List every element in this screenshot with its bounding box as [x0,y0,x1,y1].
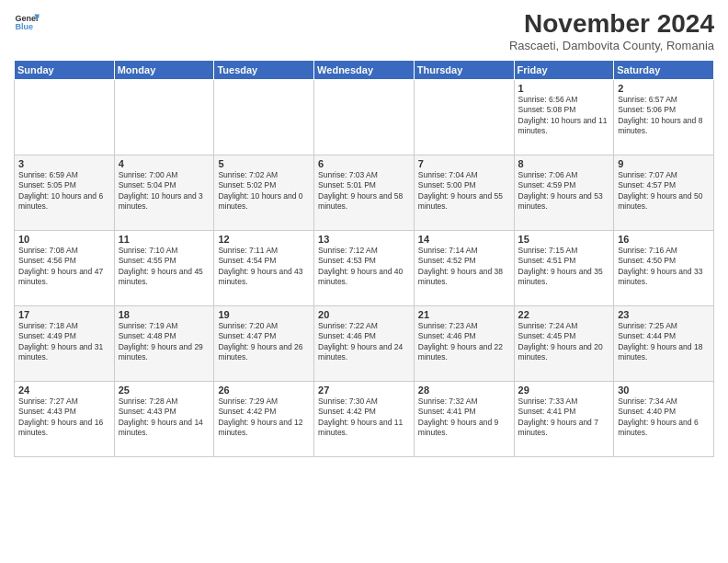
calendar-cell: 4Sunrise: 7:00 AMSunset: 5:04 PMDaylight… [114,155,214,231]
day-info: Sunrise: 7:28 AMSunset: 4:43 PMDaylight:… [119,396,210,439]
day-number: 19 [218,309,310,320]
header-saturday: Saturday [614,61,714,80]
day-info: Sunrise: 7:34 AMSunset: 4:40 PMDaylight:… [618,396,710,439]
month-title: November 2024 [509,9,714,39]
location: Rascaeti, Dambovita County, Romania [509,39,714,52]
day-number: 1 [518,83,610,94]
day-number: 22 [518,309,610,320]
calendar-cell: 12Sunrise: 7:11 AMSunset: 4:54 PMDayligh… [214,231,314,306]
calendar-cell: 27Sunrise: 7:30 AMSunset: 4:42 PMDayligh… [314,382,415,457]
day-info: Sunrise: 6:56 AMSunset: 5:08 PMDaylight:… [518,95,610,137]
day-number: 17 [18,309,110,320]
calendar-cell: 11Sunrise: 7:10 AMSunset: 4:55 PMDayligh… [114,231,214,306]
calendar-cell: 15Sunrise: 7:15 AMSunset: 4:51 PMDayligh… [514,231,614,306]
calendar-row-1: 3Sunrise: 6:59 AMSunset: 5:05 PMDaylight… [15,155,714,231]
calendar-cell: 30Sunrise: 7:34 AMSunset: 4:40 PMDayligh… [614,382,714,457]
day-info: Sunrise: 7:14 AMSunset: 4:52 PMDaylight:… [418,246,510,288]
header-tuesday: Tuesday [214,61,314,80]
header-friday: Friday [514,61,614,80]
day-number: 26 [218,385,310,396]
day-number: 23 [618,309,710,320]
day-info: Sunrise: 7:18 AMSunset: 4:49 PMDaylight:… [18,321,110,363]
day-info: Sunrise: 7:03 AMSunset: 5:01 PMDaylight:… [318,170,410,213]
calendar-cell: 28Sunrise: 7:32 AMSunset: 4:41 PMDayligh… [414,382,514,457]
calendar-cell: 25Sunrise: 7:28 AMSunset: 4:43 PMDayligh… [114,382,214,457]
day-info: Sunrise: 7:22 AMSunset: 4:46 PMDaylight:… [318,321,410,363]
day-number: 27 [318,385,410,396]
day-info: Sunrise: 7:10 AMSunset: 4:55 PMDaylight:… [119,246,210,288]
calendar-row-2: 10Sunrise: 7:08 AMSunset: 4:56 PMDayligh… [15,231,714,306]
header-monday: Monday [114,61,214,80]
day-info: Sunrise: 7:33 AMSunset: 4:41 PMDaylight:… [518,396,610,439]
day-number: 11 [119,234,210,245]
page: General Blue November 2024 Rascaeti, Dam… [0,0,728,563]
calendar-cell: 5Sunrise: 7:02 AMSunset: 5:02 PMDaylight… [214,155,314,231]
calendar-row-4: 24Sunrise: 7:27 AMSunset: 4:43 PMDayligh… [15,382,714,457]
header-thursday: Thursday [414,61,514,80]
header: General Blue November 2024 Rascaeti, Dam… [14,9,714,52]
day-info: Sunrise: 7:25 AMSunset: 4:44 PMDaylight:… [618,321,710,363]
day-info: Sunrise: 7:00 AMSunset: 5:04 PMDaylight:… [119,170,210,213]
day-number: 15 [518,234,610,245]
day-number: 3 [18,158,110,169]
calendar-cell: 24Sunrise: 7:27 AMSunset: 4:43 PMDayligh… [15,382,115,457]
title-block: November 2024 Rascaeti, Dambovita County… [509,9,714,52]
day-number: 28 [418,385,510,396]
day-number: 5 [218,158,310,169]
day-info: Sunrise: 7:04 AMSunset: 5:00 PMDaylight:… [418,170,510,213]
day-info: Sunrise: 6:57 AMSunset: 5:06 PMDaylight:… [618,95,710,137]
day-info: Sunrise: 7:19 AMSunset: 4:48 PMDaylight:… [119,321,210,363]
day-info: Sunrise: 7:15 AMSunset: 4:51 PMDaylight:… [518,246,610,288]
calendar-cell: 13Sunrise: 7:12 AMSunset: 4:53 PMDayligh… [314,231,415,306]
day-number: 10 [18,234,110,245]
day-info: Sunrise: 7:23 AMSunset: 4:46 PMDaylight:… [418,321,510,363]
calendar-cell: 18Sunrise: 7:19 AMSunset: 4:48 PMDayligh… [114,306,214,382]
day-info: Sunrise: 7:20 AMSunset: 4:47 PMDaylight:… [218,321,310,363]
day-number: 20 [318,309,410,320]
day-number: 13 [318,234,410,245]
day-info: Sunrise: 7:16 AMSunset: 4:50 PMDaylight:… [618,246,710,288]
calendar-cell [114,80,214,155]
logo: General Blue [14,9,40,35]
day-number: 8 [518,158,610,169]
calendar-row-0: 1Sunrise: 6:56 AMSunset: 5:08 PMDaylight… [15,80,714,155]
calendar-cell: 23Sunrise: 7:25 AMSunset: 4:44 PMDayligh… [614,306,714,382]
day-info: Sunrise: 7:32 AMSunset: 4:41 PMDaylight:… [418,396,510,439]
calendar-table: Sunday Monday Tuesday Wednesday Thursday… [14,60,714,457]
day-number: 12 [218,234,310,245]
calendar-cell: 2Sunrise: 6:57 AMSunset: 5:06 PMDaylight… [614,80,714,155]
calendar-cell: 6Sunrise: 7:03 AMSunset: 5:01 PMDaylight… [314,155,415,231]
calendar-cell: 26Sunrise: 7:29 AMSunset: 4:42 PMDayligh… [214,382,314,457]
day-number: 16 [618,234,710,245]
calendar-cell: 29Sunrise: 7:33 AMSunset: 4:41 PMDayligh… [514,382,614,457]
calendar-cell: 19Sunrise: 7:20 AMSunset: 4:47 PMDayligh… [214,306,314,382]
day-info: Sunrise: 7:07 AMSunset: 4:57 PMDaylight:… [618,170,710,213]
day-info: Sunrise: 7:29 AMSunset: 4:42 PMDaylight:… [218,396,310,439]
svg-text:Blue: Blue [15,22,33,31]
calendar-cell: 21Sunrise: 7:23 AMSunset: 4:46 PMDayligh… [414,306,514,382]
day-number: 2 [618,83,710,94]
day-number: 18 [119,309,210,320]
day-number: 25 [119,385,210,396]
day-info: Sunrise: 6:59 AMSunset: 5:05 PMDaylight:… [18,170,110,213]
calendar-cell: 14Sunrise: 7:14 AMSunset: 4:52 PMDayligh… [414,231,514,306]
calendar-cell: 9Sunrise: 7:07 AMSunset: 4:57 PMDaylight… [614,155,714,231]
calendar-cell [314,80,415,155]
logo-icon: General Blue [14,9,40,35]
calendar-cell: 20Sunrise: 7:22 AMSunset: 4:46 PMDayligh… [314,306,415,382]
day-number: 21 [418,309,510,320]
day-info: Sunrise: 7:02 AMSunset: 5:02 PMDaylight:… [218,170,310,213]
calendar-cell [15,80,115,155]
day-number: 6 [318,158,410,169]
calendar-cell [414,80,514,155]
header-sunday: Sunday [15,61,115,80]
day-number: 9 [618,158,710,169]
day-info: Sunrise: 7:12 AMSunset: 4:53 PMDaylight:… [318,246,410,288]
calendar-cell: 17Sunrise: 7:18 AMSunset: 4:49 PMDayligh… [15,306,115,382]
day-info: Sunrise: 7:11 AMSunset: 4:54 PMDaylight:… [218,246,310,288]
calendar-cell: 8Sunrise: 7:06 AMSunset: 4:59 PMDaylight… [514,155,614,231]
header-wednesday: Wednesday [314,61,415,80]
day-number: 14 [418,234,510,245]
day-number: 24 [18,385,110,396]
calendar-cell [214,80,314,155]
